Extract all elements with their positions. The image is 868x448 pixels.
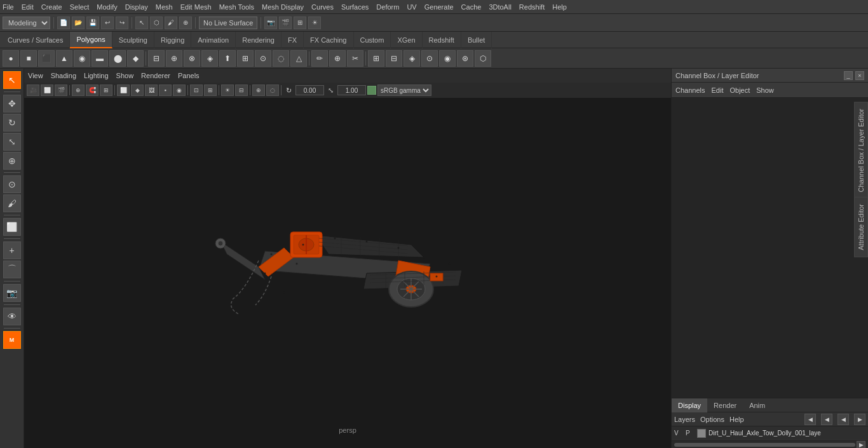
vp-smooth-btn[interactable]: ◆: [131, 85, 144, 96]
vp-hud-btn[interactable]: ⊕: [252, 85, 265, 96]
vp-scale-input[interactable]: [337, 85, 366, 95]
shelf-combine[interactable]: ⊕: [166, 50, 182, 67]
menu-generate[interactable]: Generate: [424, 3, 454, 11]
camera-tool[interactable]: 📷: [3, 284, 21, 302]
menu-help[interactable]: Help: [552, 3, 567, 11]
select-tool[interactable]: ↖: [3, 71, 21, 89]
ch-menu-channels[interactable]: Channels: [675, 86, 705, 94]
shelf-extrude[interactable]: ⬆: [219, 50, 236, 67]
layers-scrollbar[interactable]: ▶: [672, 440, 868, 448]
vp-menu-show[interactable]: Show: [116, 72, 134, 79]
vp-render2-btn[interactable]: ◌: [266, 85, 279, 96]
tab-polygons[interactable]: Polygons: [70, 32, 112, 48]
vp-shadow-btn[interactable]: ▪: [159, 85, 172, 96]
menu-modify[interactable]: Modify: [97, 3, 117, 11]
layers-btn-2[interactable]: ◀: [821, 414, 832, 425]
vp-grid2-btn[interactable]: ⊞: [100, 85, 112, 96]
layers-help-menu[interactable]: Help: [729, 416, 744, 423]
undo-icon[interactable]: ↩: [101, 17, 114, 29]
layers-scroll-track[interactable]: [674, 443, 855, 447]
rotate-tool[interactable]: ↻: [3, 114, 21, 132]
tab-rendering[interactable]: Rendering: [236, 32, 281, 48]
side-tab-attribute-editor[interactable]: Attribute Editor: [854, 197, 868, 257]
vp-wire-btn[interactable]: ⬜: [117, 85, 130, 96]
shelf-cylinder[interactable]: ⬛: [38, 50, 55, 67]
tab-rigging[interactable]: Rigging: [154, 32, 191, 48]
shelf-tool3[interactable]: ✂: [347, 50, 363, 67]
vp-menu-panels[interactable]: Panels: [178, 72, 200, 79]
save-file-icon[interactable]: 💾: [86, 17, 99, 29]
layers-tab-anim[interactable]: Anim: [743, 398, 771, 412]
shelf-disk[interactable]: ⬤: [109, 50, 126, 67]
menu-mesh-display[interactable]: Mesh Display: [262, 3, 304, 11]
menu-file[interactable]: File: [3, 3, 14, 11]
layers-scroll-thumb[interactable]: [674, 443, 855, 447]
tab-xgen[interactable]: XGen: [391, 32, 422, 48]
vp-menu-view[interactable]: View: [28, 72, 43, 79]
menu-create[interactable]: Create: [41, 3, 62, 11]
tab-animation[interactable]: Animation: [191, 32, 236, 48]
shelf-plane[interactable]: ▬: [92, 50, 108, 67]
layer-v-toggle[interactable]: V: [674, 430, 683, 437]
cb-minus-btn[interactable]: _: [844, 71, 853, 80]
xray-icon[interactable]: ☀: [308, 17, 321, 29]
menu-deform[interactable]: Deform: [376, 3, 399, 11]
shelf-triangulate[interactable]: △: [290, 50, 307, 67]
new-file-icon[interactable]: 📄: [57, 17, 70, 29]
vp-rotate-input[interactable]: [295, 85, 324, 95]
workspace-selector[interactable]: Modeling: [3, 17, 50, 29]
vp-iso-btn[interactable]: ⊡: [190, 85, 203, 96]
vp-menu-renderer[interactable]: Renderer: [141, 72, 170, 79]
vp-menu-shading[interactable]: Shading: [51, 72, 76, 79]
shelf-uv2[interactable]: ⊟: [386, 50, 402, 67]
layers-menu[interactable]: Layers: [674, 416, 695, 423]
shelf-bridge[interactable]: ⊞: [237, 50, 254, 67]
menu-mesh[interactable]: Mesh: [156, 3, 173, 11]
render-view-icon[interactable]: 📷: [264, 17, 277, 29]
vp-snap-btn[interactable]: ⊕: [72, 85, 85, 96]
select-tool-icon[interactable]: ↖: [135, 17, 148, 29]
open-file-icon[interactable]: 📂: [72, 17, 85, 29]
menu-curves[interactable]: Curves: [311, 3, 334, 11]
shelf-uv1[interactable]: ⊞: [368, 50, 384, 67]
menu-redshift[interactable]: Redshift: [519, 3, 545, 11]
redo-icon[interactable]: ↪: [116, 17, 128, 29]
shelf-sphere[interactable]: ●: [3, 50, 19, 67]
shelf-uv4[interactable]: ⊙: [421, 50, 438, 67]
menu-uv[interactable]: UV: [407, 3, 416, 11]
side-tab-channel-box[interactable]: Channel Box / Layer Editor: [854, 102, 868, 199]
cb-close-btn[interactable]: ×: [855, 71, 864, 80]
shelf-uv6[interactable]: ⊛: [457, 50, 473, 67]
layers-btn-4[interactable]: ▶: [854, 414, 865, 425]
show-hide-icon[interactable]: 👁: [3, 308, 21, 325]
vp-magnet-btn[interactable]: 🧲: [86, 85, 98, 96]
vp-xray-btn[interactable]: ☀: [221, 85, 234, 96]
vp-menu-lighting[interactable]: Lighting: [84, 72, 109, 79]
shelf-separate[interactable]: ⊗: [184, 50, 200, 67]
tab-fx-caching[interactable]: FX Caching: [304, 32, 353, 48]
layers-btn-1[interactable]: ◀: [804, 414, 816, 425]
ch-menu-edit[interactable]: Edit: [711, 86, 723, 94]
layers-options-menu[interactable]: Options: [700, 416, 724, 423]
move-tool[interactable]: ✥: [3, 95, 21, 112]
snap-icon[interactable]: ⊕: [179, 17, 192, 29]
snap-curve-icon[interactable]: ⌒: [3, 261, 21, 278]
layers-scroll-right[interactable]: ▶: [857, 441, 865, 449]
vp-sym-btn[interactable]: ⊟: [235, 85, 248, 96]
ipr-icon[interactable]: 🎬: [279, 17, 292, 29]
vp-clapper-btn[interactable]: 🎬: [55, 85, 67, 96]
layers-btn-3[interactable]: ◀: [837, 414, 849, 425]
shelf-tool2[interactable]: ⊕: [329, 50, 346, 67]
layer-p-toggle[interactable]: P: [686, 430, 695, 437]
universal-tool[interactable]: ⊕: [3, 152, 21, 170]
menu-display[interactable]: Display: [125, 3, 148, 11]
shelf-fill-hole[interactable]: ⊙: [255, 50, 271, 67]
shelf-uv7[interactable]: ⬡: [475, 50, 491, 67]
menu-surfaces[interactable]: Surfaces: [341, 3, 369, 11]
menu-edit[interactable]: Edit: [22, 3, 34, 11]
menu-mesh-tools[interactable]: Mesh Tools: [219, 3, 254, 11]
layer-color-swatch[interactable]: [697, 429, 706, 438]
shelf-cube[interactable]: ■: [20, 50, 37, 67]
grid-icon[interactable]: ⊞: [294, 17, 306, 29]
menu-select[interactable]: Select: [70, 3, 90, 11]
